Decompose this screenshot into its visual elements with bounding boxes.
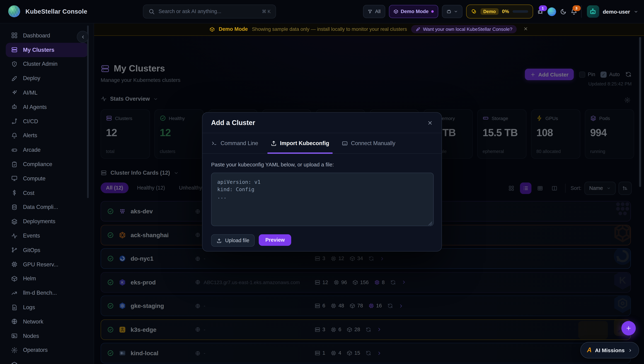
sidebar-item-gpu-reserv-[interactable]: GPU Reserv... — [6, 257, 88, 272]
sidebar-item-partial[interactable] — [6, 357, 88, 364]
sidebar-item-cost[interactable]: Cost — [6, 186, 88, 200]
sidebar-item-ci-cd[interactable]: CI/CD — [6, 114, 88, 128]
branch-icon — [11, 247, 18, 253]
bug-count-badge: 1 — [538, 5, 547, 11]
route-icon — [11, 118, 18, 125]
image-icon — [11, 333, 18, 339]
recorder-button[interactable] — [442, 5, 462, 18]
trend-icon — [11, 290, 18, 296]
coins-icon — [471, 9, 477, 15]
banner-close-button[interactable] — [523, 26, 528, 32]
sidebar-item-dashboard[interactable]: Dashboard — [6, 28, 88, 43]
demo-usage-meter[interactable]: Demo 0% — [466, 5, 533, 19]
demo-mode-button[interactable]: Demo Mode — [389, 5, 438, 18]
sidebar-item-ai-ml[interactable]: AI/ML — [6, 86, 88, 100]
whats-new-button[interactable] — [547, 7, 556, 16]
preview-button[interactable]: Preview — [259, 234, 292, 246]
topbar: KubeStellar Console Search or ask AI any… — [0, 0, 644, 24]
sidebar-item-gitops[interactable]: GitOps — [6, 243, 88, 257]
sidebar-item-label: Compliance — [23, 161, 52, 167]
sparkle-globe-icon — [547, 7, 556, 16]
tab-label: Import Kubeconfig — [280, 140, 329, 146]
sidebar-item-nodes[interactable]: Nodes — [6, 329, 88, 343]
sidebar-item-ai-agents[interactable]: AI Agents — [6, 100, 88, 114]
user-menu[interactable]: demo-user — [581, 5, 638, 18]
sidebar-scrollbar[interactable] — [87, 26, 88, 198]
tab-import-kubeconfig[interactable]: Import Kubeconfig — [270, 133, 329, 153]
sidebar-item-arcade[interactable]: Arcade — [6, 143, 88, 157]
bug-report-button[interactable]: 1 — [536, 8, 544, 15]
funnel-icon — [368, 9, 373, 14]
package-icon — [209, 27, 214, 32]
sidebar-item-label: Events — [23, 233, 40, 239]
sidebar-item-cluster-admin[interactable]: Cluster Admin — [6, 57, 88, 71]
theme-toggle-button[interactable] — [560, 8, 566, 15]
bell-icon — [11, 132, 18, 139]
add-floating-button[interactable]: + — [622, 321, 636, 335]
sidebar-item-label: Nodes — [23, 333, 39, 339]
gamepad-icon — [11, 147, 18, 153]
chevron-down-icon — [454, 10, 458, 14]
sidebar-item-events[interactable]: Events — [6, 229, 88, 243]
demo-banner: Demo Mode Showing sample data only — ins… — [94, 23, 644, 36]
textarea-resize-handle[interactable] — [428, 222, 432, 225]
screen-icon — [446, 9, 451, 14]
page-scrollbar[interactable] — [639, 37, 641, 187]
ai-missions-label: AI Missions — [595, 347, 625, 353]
kubeconfig-textarea[interactable] — [211, 173, 434, 226]
sidebar-collapse-button[interactable] — [77, 31, 89, 43]
chevron-left-icon — [80, 34, 86, 40]
terminal-icon — [211, 140, 217, 146]
filter-all-label: All — [375, 9, 381, 14]
sidebar-item-data-compli-[interactable]: Data Compli... — [6, 200, 88, 214]
chip-icon — [11, 261, 18, 268]
usage-badge: Demo — [480, 8, 499, 15]
user-name: demo-user — [603, 9, 630, 15]
ai-missions-button[interactable]: A AI Missions — [580, 342, 639, 358]
activity-icon — [11, 232, 18, 239]
sidebar-item-deploy[interactable]: Deploy — [6, 71, 88, 86]
sidebar-item-label: CI/CD — [23, 118, 38, 124]
tab-command-line[interactable]: Command Line — [211, 133, 258, 153]
search-shortcut: ⌘ K — [262, 9, 271, 14]
server-icon — [11, 47, 18, 53]
usage-progressbar — [512, 10, 528, 13]
sidebar: DashboardMy ClustersCluster AdminDeployA… — [0, 23, 94, 364]
topbar-actions: All Demo Mode Demo 0% 1 — [363, 0, 638, 23]
sparkles-icon — [11, 89, 18, 96]
sidebar-item-logs[interactable]: Logs — [6, 300, 88, 314]
sidebar-item-label: Dashboard — [23, 33, 50, 39]
demo-mode-label: Demo Mode — [401, 9, 429, 14]
sidebar-item-compliance[interactable]: Compliance — [6, 157, 88, 171]
notifications-button[interactable]: 3 — [570, 8, 577, 15]
sidebar-item-deployments[interactable]: Deployments — [6, 214, 88, 229]
package-icon — [393, 9, 398, 14]
upload-file-label: Upload file — [225, 237, 249, 243]
grid4-icon — [11, 32, 18, 39]
clipboard-icon — [11, 161, 18, 168]
banner-cta-button[interactable]: Want your own local KubeStellar Console? — [411, 25, 517, 33]
filter-all-button[interactable]: All — [363, 5, 385, 18]
upload-icon — [270, 140, 276, 146]
sidebar-item-my-clusters[interactable]: My Clusters — [6, 43, 88, 57]
database-icon — [11, 204, 18, 210]
sidebar-item-alerts[interactable]: Alerts — [6, 128, 88, 143]
package-icon — [11, 361, 18, 364]
sidebar-item-label: Cost — [23, 190, 34, 196]
sidebar-item-network[interactable]: Network — [6, 314, 88, 329]
search-input[interactable]: Search or ask AI anything... ⌘ K — [143, 5, 276, 19]
chevron-down-icon — [634, 9, 638, 14]
sidebar-item-operators[interactable]: Operators — [6, 343, 88, 357]
modal-close-button[interactable] — [427, 120, 433, 126]
layers-icon — [11, 218, 18, 225]
tab-connect-manually[interactable]: Connect Manually — [342, 133, 396, 153]
app-title: KubeStellar Console — [26, 8, 87, 15]
sidebar-item-label: GPU Reserv... — [23, 261, 58, 267]
sidebar-item-label: Data Compli... — [23, 204, 58, 210]
sidebar-item-llm-d-bench-[interactable]: llm-d Bench... — [6, 286, 88, 300]
sidebar-item-helm[interactable]: Helm — [6, 272, 88, 286]
sidebar-item-label: Deploy — [23, 75, 40, 82]
sidebar-item-compute[interactable]: Compute — [6, 171, 88, 186]
sidebar-item-label: Network — [23, 318, 43, 324]
upload-file-button[interactable]: Upload file — [211, 234, 254, 247]
